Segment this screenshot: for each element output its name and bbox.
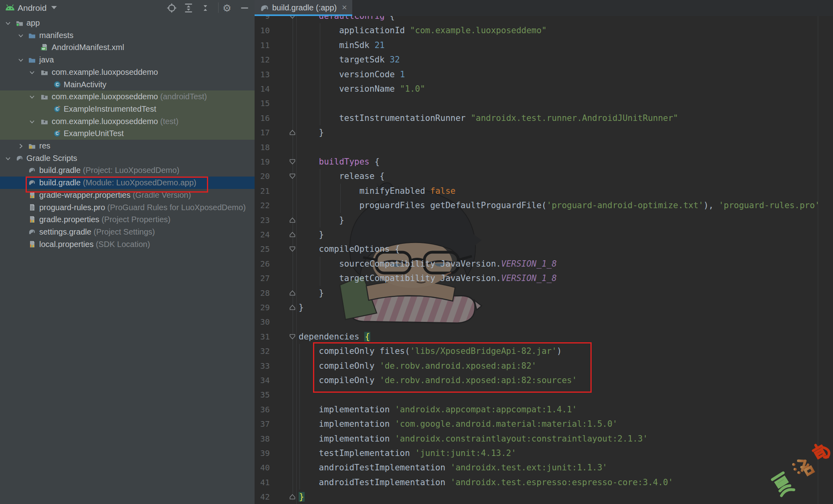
chevron-down-icon[interactable] — [51, 6, 57, 9]
expand-all-icon[interactable] — [183, 3, 194, 13]
fold-up-icon[interactable] — [289, 232, 295, 237]
close-icon[interactable]: × — [342, 2, 347, 13]
code-line-18[interactable]: 18 — [255, 140, 833, 155]
code-line-14[interactable]: 14 versionName "1.0" — [255, 82, 833, 96]
chevron-down-icon[interactable] — [5, 20, 11, 26]
panel-view-selector[interactable]: Android — [18, 3, 46, 13]
settings-icon[interactable]: ⚙ — [222, 3, 232, 13]
token-kw: false — [430, 186, 456, 196]
code-line-29[interactable]: 29} — [255, 300, 833, 315]
code-line-36[interactable]: 36 implementation 'androidx.appcompat:ap… — [255, 402, 833, 417]
code-text: implementation 'androidx.appcompat:appco… — [299, 402, 577, 417]
tree-row-exampleinstrumentedtest[interactable]: CExampleInstrumentedTest — [0, 103, 255, 115]
code-line-41[interactable]: 41 androidTestImplementation 'androidx.t… — [255, 475, 833, 490]
tree-item-label: res — [39, 141, 50, 151]
token-str: "com.example.luoxposeddemo" — [410, 26, 546, 35]
code-line-26[interactable]: 26 sourceCompatibility JavaVersion.VERSI… — [255, 257, 833, 271]
tree-row-java[interactable]: java — [0, 54, 255, 66]
fold-up-icon[interactable] — [289, 290, 295, 296]
code-line-16[interactable]: 16 testInstrumentationRunner "androidx.t… — [255, 111, 833, 126]
gradle-icon — [28, 167, 36, 174]
token-plain: testInstrumentationRunner — [339, 113, 471, 123]
code-line-22[interactable]: 22 proguardFiles getDefaultProguardFile(… — [255, 198, 833, 213]
tree-row-gradle-properties[interactable]: gradle.properties (Project Properties) — [0, 213, 255, 226]
code-line-42[interactable]: 42} — [255, 490, 833, 504]
tree-item-label: AndroidManifest.xml — [52, 43, 124, 52]
chevron-down-icon[interactable] — [18, 57, 24, 63]
code-line-40[interactable]: 40 androidTestImplementation 'androidx.t… — [255, 460, 833, 475]
token-brace: { — [364, 332, 370, 341]
tree-item-annotation: (Project: LuoXposedDemo) — [80, 166, 179, 175]
line-number: 12 — [255, 52, 270, 67]
token-plain: sourceCompatibility JavaVersion. — [339, 259, 501, 269]
line-number: 24 — [255, 227, 270, 242]
code-line-21[interactable]: 21 minifyEnabled false — [255, 184, 833, 199]
fold-down-icon[interactable] — [289, 173, 295, 179]
code-line-15[interactable]: 15 — [255, 96, 833, 111]
tree-row-androidmanifest-xml[interactable]: MFAndroidManifest.xml — [0, 41, 255, 54]
folder-app-icon — [16, 19, 23, 26]
code-line-28[interactable]: 28 } — [255, 286, 833, 301]
tree-item-annotation: (test) — [158, 117, 179, 126]
token-plain: dependencies — [299, 332, 364, 341]
tree-row-proguard-rules-pro[interactable]: proguard-rules.pro (ProGuard Rules for L… — [0, 201, 255, 214]
tree-item-label: com.example.luoxposeddemo (test) — [52, 117, 179, 126]
code-line-19[interactable]: 19 buildTypes { — [255, 155, 833, 169]
tree-row-local-properties[interactable]: local.properties (SDK Location) — [0, 238, 255, 251]
fold-down-icon[interactable] — [289, 334, 295, 339]
code-line-37[interactable]: 37 implementation 'com.google.android.ma… — [255, 417, 833, 432]
chevron-right-icon[interactable] — [18, 143, 24, 149]
code-editor[interactable]: 9 defaultConfig {10 applicationId "com.e… — [255, 0, 833, 504]
tree-row-mainactivity[interactable]: CMainActivity — [0, 78, 255, 91]
fold-up-icon[interactable] — [289, 494, 295, 500]
fold-up-icon[interactable] — [289, 217, 295, 223]
code-line-24[interactable]: 24 } — [255, 227, 833, 242]
fold-down-icon[interactable] — [289, 159, 295, 165]
hide-panel-icon[interactable] — [239, 3, 250, 13]
tree-row-com-example-luoxposeddemo[interactable]: com.example.luoxposeddemo — [0, 66, 255, 78]
code-line-13[interactable]: 13 versionCode 1 — [255, 67, 833, 82]
tree-row-com-example-luoxposeddemo[interactable]: com.example.luoxposeddemo (androidTest) — [0, 90, 255, 103]
code-line-11[interactable]: 11 minSdk 21 — [255, 38, 833, 53]
code-line-10[interactable]: 10 applicationId "com.example.luoxposedd… — [255, 23, 833, 38]
tree-row-gradle-scripts[interactable]: Gradle Scripts — [0, 152, 255, 165]
line-number: 29 — [255, 300, 270, 315]
code-line-30[interactable]: 30 — [255, 315, 833, 329]
tab-build-gradle-app[interactable]: build.gradle (:app) × — [255, 0, 352, 16]
tree-row-build-gradle[interactable]: build.gradle (Project: LuoXposedDemo) — [0, 164, 255, 177]
props-file-icon — [28, 241, 36, 248]
tree-row-res[interactable]: res — [0, 140, 255, 152]
code-line-12[interactable]: 12 targetSdk 32 — [255, 52, 833, 67]
code-line-23[interactable]: 23 } — [255, 213, 833, 228]
project-panel: Android ⚙ appmanifestsMFAndroidManifest.… — [0, 0, 255, 504]
locate-icon[interactable] — [167, 3, 177, 13]
token-str: 'androidx.appcompat:appcompat:1.4.1' — [395, 405, 577, 414]
line-number: 36 — [255, 402, 270, 417]
chevron-down-icon[interactable] — [29, 69, 35, 76]
chevron-down-icon[interactable] — [29, 94, 35, 100]
fold-down-icon[interactable] — [289, 246, 295, 252]
tree-row-settings-gradle[interactable]: settings.gradle (Project Settings) — [0, 226, 255, 238]
token-plain: } — [299, 303, 304, 312]
tree-row-manifests[interactable]: manifests — [0, 29, 255, 42]
tree-row-exampleunittest[interactable]: CExampleUnitTest — [0, 127, 255, 140]
chevron-down-icon[interactable] — [29, 118, 35, 125]
tree-row-com-example-luoxposeddemo[interactable]: com.example.luoxposeddemo (test) — [0, 115, 255, 128]
svg-text:MF: MF — [42, 48, 46, 50]
code-line-20[interactable]: 20 release { — [255, 169, 833, 184]
manifest-file-icon: MF — [41, 44, 48, 51]
code-line-38[interactable]: 38 implementation 'androidx.constraintla… — [255, 432, 833, 446]
token-plain: minifyEnabled — [359, 186, 430, 196]
tree-row-app[interactable]: app — [0, 17, 255, 29]
chevron-down-icon[interactable] — [18, 32, 24, 39]
token-str: 'androidx.test.ext:junit:1.1.3' — [450, 463, 607, 472]
code-line-17[interactable]: 17 } — [255, 125, 833, 140]
fold-up-icon[interactable] — [289, 130, 295, 135]
code-line-27[interactable]: 27 targetCompatibility JavaVersion.VERSI… — [255, 271, 833, 286]
collapse-all-icon[interactable] — [200, 3, 211, 13]
tree-item-label: proguard-rules.pro (ProGuard Rules for L… — [39, 203, 246, 212]
fold-up-icon[interactable] — [289, 305, 295, 310]
code-line-39[interactable]: 39 testImplementation 'junit:junit:4.13.… — [255, 446, 833, 461]
chevron-down-icon[interactable] — [5, 155, 11, 162]
code-line-25[interactable]: 25 compileOptions { — [255, 242, 833, 257]
